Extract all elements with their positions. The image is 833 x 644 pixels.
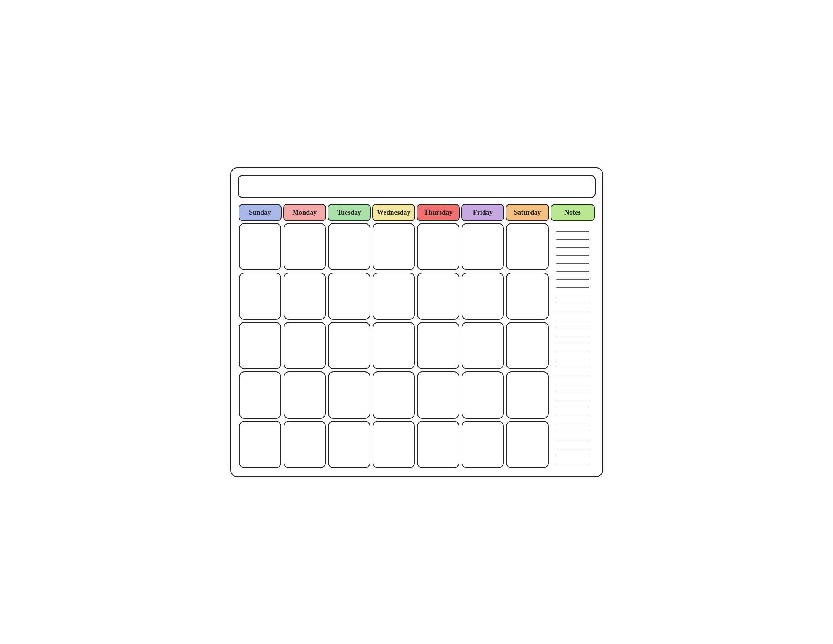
cell-row5-sun[interactable] [239, 421, 281, 468]
cell-row4-sat[interactable] [506, 372, 548, 419]
cell-row4-fri[interactable] [462, 372, 504, 419]
header-friday: Friday [461, 204, 504, 221]
note-line-27 [556, 435, 589, 440]
note-line-17 [556, 355, 589, 360]
note-line-7 [556, 274, 589, 280]
cell-row4-wed[interactable] [373, 372, 415, 419]
note-line-26 [556, 427, 589, 432]
note-line-16 [556, 347, 589, 352]
cell-row3-wed[interactable] [373, 322, 415, 369]
calendar-body [238, 222, 595, 469]
cell-row4-mon[interactable] [283, 372, 326, 419]
note-line-3 [556, 242, 589, 248]
header-saturday: Saturday [506, 204, 549, 221]
note-line-5 [556, 258, 589, 264]
note-line-22 [556, 395, 589, 400]
cell-row1-thu[interactable] [417, 223, 459, 270]
note-line-12 [556, 315, 589, 320]
note-line-8 [556, 282, 589, 288]
cell-row1-wed[interactable] [373, 223, 415, 270]
cell-row3-fri[interactable] [462, 322, 504, 369]
cell-row1-tue[interactable] [328, 223, 370, 270]
cell-row2-mon[interactable] [283, 272, 326, 320]
cell-row2-fri[interactable] [462, 272, 504, 320]
note-line-2 [556, 235, 589, 240]
cell-row2-thu[interactable] [417, 272, 459, 320]
note-line-28 [556, 443, 589, 448]
cell-row3-sat[interactable] [506, 322, 548, 369]
header-sunday: Sunday [239, 204, 281, 221]
note-line-19 [556, 371, 589, 376]
note-line-21 [556, 387, 589, 392]
note-line-6 [556, 266, 589, 272]
cell-row5-wed[interactable] [373, 421, 415, 468]
cell-row1-sat[interactable] [506, 223, 548, 270]
note-line-18 [556, 363, 589, 368]
cell-row1-fri[interactable] [462, 223, 504, 270]
note-line-4 [556, 250, 589, 256]
note-line-25 [556, 419, 589, 424]
cell-row5-thu[interactable] [417, 421, 459, 468]
cell-row3-tue[interactable] [328, 322, 370, 369]
note-line-15 [556, 339, 589, 344]
cell-row3-thu[interactable] [417, 322, 459, 369]
cell-row2-sun[interactable] [239, 272, 281, 320]
cell-row5-tue[interactable] [328, 421, 370, 468]
cell-row5-sat[interactable] [506, 421, 548, 468]
cell-row2-tue[interactable] [328, 272, 370, 320]
note-line-23 [556, 402, 589, 408]
cell-row2-sat[interactable] [506, 272, 548, 320]
cell-row4-thu[interactable] [417, 372, 459, 419]
calendar-header: Sunday Monday Tuesday Wednesday Thursday… [238, 203, 595, 222]
note-line-29 [556, 451, 589, 456]
cell-row1-mon[interactable] [283, 223, 326, 270]
note-line-11 [556, 307, 589, 312]
header-tuesday: Tuesday [328, 204, 371, 221]
note-line-1 [556, 227, 589, 232]
cell-row5-fri[interactable] [462, 421, 504, 468]
note-line-13 [556, 323, 589, 328]
note-line-10 [556, 299, 589, 304]
header-monday: Monday [283, 204, 326, 221]
cell-row5-mon[interactable] [283, 421, 326, 468]
note-line-14 [556, 331, 589, 336]
header-thursday: Thursday [416, 204, 460, 221]
header-notes: Notes [551, 204, 595, 221]
calendar-wrapper: Sunday Monday Tuesday Wednesday Thursday… [230, 167, 603, 477]
note-line-30 [556, 459, 589, 464]
cell-row3-sun[interactable] [239, 322, 281, 369]
cell-row1-sun[interactable] [239, 223, 281, 270]
cell-row3-mon[interactable] [283, 322, 326, 369]
cell-row4-sun[interactable] [239, 372, 281, 419]
cell-row2-wed[interactable] [373, 272, 415, 320]
cell-row4-tue[interactable] [328, 372, 370, 419]
notes-area[interactable] [551, 223, 594, 468]
header-wednesday: Wednesday [372, 204, 415, 221]
note-line-20 [556, 379, 589, 384]
title-bar[interactable] [238, 175, 595, 198]
note-line-9 [556, 291, 589, 296]
note-line-24 [556, 411, 589, 416]
